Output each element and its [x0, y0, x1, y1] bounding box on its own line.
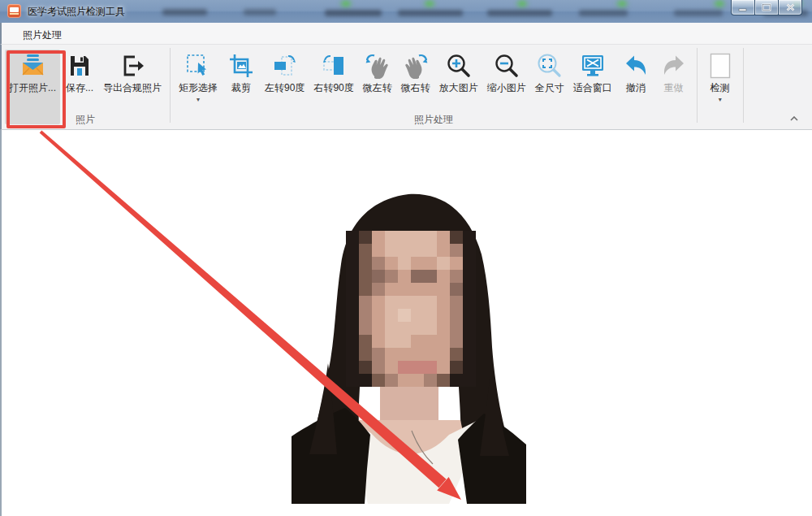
save-icon	[66, 52, 93, 80]
ribbon-group-2: 矩形选择▾裁剪左转90度右转90度微左转微右转放大图片缩小图片全尺寸适合窗口撤消…	[173, 45, 694, 129]
ribbon-group-1: 打开照片...保存...导出合规照片照片	[3, 45, 167, 129]
crop-icon	[227, 52, 255, 80]
ribbon-button-label: 缩小图片	[487, 82, 526, 93]
ribbon-button-label: 撤消	[626, 82, 646, 93]
app-window: 医学考试照片检测工具 照片处理 打开照片...保存...导出合规照片照片矩形选择…	[0, 0, 812, 516]
ribbon-button-label: 微左转	[363, 82, 392, 93]
rect-select-icon	[184, 52, 212, 80]
desktop-blur-decor	[487, 10, 552, 16]
desktop-blur-decor	[341, 1, 351, 7]
desktop-blur-decor	[244, 9, 276, 15]
ribbon-button-rect-select[interactable]: 矩形选择▾	[175, 50, 222, 105]
ribbon-toolbar: 打开照片...保存...导出合规照片照片矩形选择▾裁剪左转90度右转90度微左转…	[0, 45, 812, 130]
ribbon-group-label: 照片处理	[173, 113, 694, 127]
ribbon-button-zoom-in[interactable]: 放大图片	[435, 50, 482, 95]
close-button[interactable]	[778, 0, 802, 15]
rotate-right-icon	[320, 52, 348, 80]
ribbon-group-3: 检测▾	[700, 45, 741, 129]
ribbon-tab-row: 照片处理	[0, 23, 812, 45]
ribbon-button-nudge-left[interactable]: 微左转	[359, 50, 396, 95]
desktop-blur-decor	[617, 1, 627, 7]
ribbon-button-label: 放大图片	[439, 82, 478, 93]
window-controls	[732, 0, 802, 15]
zoom-out-icon	[493, 52, 520, 80]
ribbon-button-rotate-left[interactable]: 左转90度	[261, 50, 309, 95]
ribbon-button-redo[interactable]: 重做	[655, 50, 693, 95]
chevron-down-icon: ▾	[719, 97, 722, 103]
ribbon-button-label: 导出合规照片	[103, 82, 162, 93]
portrait-photo	[290, 193, 528, 504]
ribbon-button-save[interactable]: 保存...	[61, 50, 98, 95]
pixelated-face	[346, 231, 476, 387]
open-photo-icon	[19, 52, 46, 80]
collapse-ribbon-button[interactable]	[788, 113, 801, 124]
ribbon-button-fit-window[interactable]: 适合窗口	[569, 50, 616, 95]
nudge-right-icon	[402, 52, 430, 80]
window-title: 医学考试照片检测工具	[28, 5, 125, 19]
ribbon-button-label: 检测	[710, 82, 730, 93]
ribbon-button-label: 保存...	[66, 82, 93, 93]
ribbon-button-label: 打开照片...	[9, 82, 56, 93]
chevron-down-icon: ▾	[197, 97, 200, 103]
desktop-blur-decor	[398, 10, 463, 16]
ribbon-button-undo[interactable]: 撤消	[617, 50, 654, 95]
desktop-blur-decor	[162, 9, 207, 15]
detect-icon	[706, 52, 734, 80]
ribbon-button-label: 微右转	[401, 82, 430, 93]
desktop-blur-decor	[579, 10, 628, 16]
ribbon-button-detect[interactable]: 检测▾	[702, 50, 739, 105]
ribbon-button-label: 适合窗口	[573, 82, 612, 93]
title-bar: 医学考试照片检测工具	[0, 0, 812, 23]
ribbon-button-label: 重做	[664, 82, 684, 93]
maximize-button[interactable]	[754, 0, 779, 15]
ribbon-button-export[interactable]: 导出合规照片	[99, 50, 166, 95]
group-separator	[697, 48, 698, 123]
redo-icon	[660, 52, 688, 80]
ribbon-button-label: 右转90度	[313, 82, 353, 93]
ribbon-button-nudge-right[interactable]: 微右转	[397, 50, 434, 95]
zoom-in-icon	[445, 52, 473, 80]
ribbon-button-rotate-right[interactable]: 右转90度	[309, 50, 357, 95]
nudge-left-icon	[364, 52, 391, 80]
ribbon-button-crop[interactable]: 裁剪	[222, 50, 260, 95]
fit-window-icon	[579, 52, 607, 80]
export-icon	[119, 52, 146, 80]
minimize-button[interactable]	[731, 0, 755, 15]
app-icon	[7, 4, 21, 18]
desktop-blur-decor	[674, 10, 723, 16]
ribbon-button-full-size[interactable]: 全尺寸	[531, 50, 568, 95]
desktop-blur-decor	[425, 1, 434, 7]
desktop-blur-decor	[715, 1, 724, 7]
ribbon-button-label: 全尺寸	[535, 82, 564, 93]
full-size-icon	[536, 52, 564, 80]
desktop-blur-decor	[517, 1, 527, 7]
ribbon-button-label: 矩形选择	[179, 82, 218, 93]
group-separator	[743, 48, 744, 123]
undo-icon	[622, 52, 650, 80]
ribbon-button-label: 左转90度	[265, 82, 304, 93]
group-separator	[170, 48, 171, 123]
photo-canvas[interactable]	[0, 130, 812, 516]
ribbon-group-label: 照片	[3, 113, 167, 127]
ribbon-button-zoom-out[interactable]: 缩小图片	[483, 50, 530, 95]
rotate-left-icon	[271, 52, 299, 80]
ribbon-button-label: 裁剪	[231, 82, 251, 93]
desktop-blur-decor	[325, 10, 382, 16]
